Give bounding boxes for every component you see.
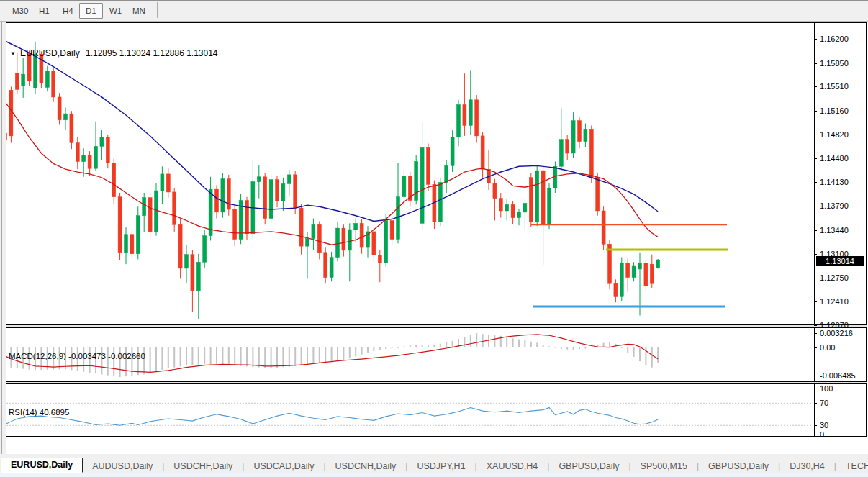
price-label: 1.13440 <box>820 226 849 235</box>
symbol-tab-usdcnh-daily[interactable]: USDCNH,Daily <box>326 460 406 473</box>
symbol-tab-tech100-h1[interactable]: TECH100,H1 <box>836 460 868 473</box>
price-label-tick <box>814 230 817 231</box>
trading-platform-window: { "toolbar": { "timeframes": ["M30","H1"… <box>0 0 868 477</box>
left-groove <box>1 22 2 454</box>
symbol-tab-audusd-daily[interactable]: AUDUSD,Daily <box>83 460 162 473</box>
timeframe-button-m30[interactable]: M30 <box>6 3 35 19</box>
macd-axis-label: -0.006485 <box>820 371 856 380</box>
price-label: 1.14820 <box>820 130 849 139</box>
timeframe-button-h1[interactable]: H1 <box>32 3 56 19</box>
chart-ohlc-values: 1.12895 1.13024 1.12886 1.13014 <box>86 48 218 58</box>
symbol-tab-gbpusd-daily[interactable]: GBPUSD,Daily <box>699 460 778 473</box>
macd-axis-label: 0.00 <box>820 343 835 352</box>
panel-splitter-2[interactable] <box>6 382 867 383</box>
rsi-axis-label: 70 <box>820 399 828 407</box>
main-chart-panel[interactable] <box>6 22 867 325</box>
price-label: 1.12410 <box>820 297 849 306</box>
price-label-tick <box>814 254 817 255</box>
price-label: 1.14130 <box>820 178 849 186</box>
symbol-tab-gbpusd-daily[interactable]: GBPUSD,Daily <box>549 460 628 473</box>
price-label-tick <box>814 39 817 40</box>
toolbar-separator <box>157 2 158 18</box>
rsi-indicator-label: RSI(14) 40.6895 <box>9 408 69 417</box>
macd-axis-label: 0.003216 <box>820 329 853 337</box>
price-label-tick <box>814 325 817 326</box>
symbol-tab-usdchf-daily[interactable]: USDCHF,Daily <box>164 460 242 473</box>
price-label-tick <box>814 63 817 64</box>
macd-axis-label-tick <box>814 333 817 334</box>
rsi-axis-label: 30 <box>820 421 828 430</box>
timeframe-button-w1[interactable]: W1 <box>103 3 128 19</box>
price-label-tick <box>814 111 817 112</box>
price-label: 1.15510 <box>820 82 849 91</box>
price-label-tick <box>814 158 817 159</box>
price-label: 1.12750 <box>820 273 849 282</box>
price-label: 1.15160 <box>820 106 849 115</box>
timeframe-button-d1[interactable]: D1 <box>79 3 103 19</box>
rsi-axis-label-tick <box>814 425 817 426</box>
symbol-tab-xauusd-h4[interactable]: XAUUSD,H4 <box>477 460 548 473</box>
rsi-axis-label-tick <box>814 435 817 435</box>
price-label-tick <box>814 135 817 135</box>
chart-symbol-period: EURUSD,Daily <box>20 48 80 58</box>
macd-indicator-label: MACD(12,26,9) -0.003473 -0.002660 <box>9 352 145 360</box>
symbol-tab-usdjpy-h1[interactable]: USDJPY,H1 <box>407 460 474 473</box>
chart-title: ▼EURUSD,Daily1.12895 1.13024 1.12886 1.1… <box>10 48 218 58</box>
price-label-tick <box>814 182 817 183</box>
rsi-axis-label-tick <box>814 403 817 404</box>
symbol-tab-sp500-m15[interactable]: SP500,M15 <box>631 460 697 473</box>
chart-dropdown-icon[interactable]: ▼ <box>10 50 16 57</box>
symbol-tab-dj30-h4[interactable]: DJ30,H4 <box>780 460 834 473</box>
price-label: 1.13790 <box>820 201 849 210</box>
rsi-axis-label-tick <box>814 389 817 389</box>
price-label-tick <box>814 301 817 302</box>
chart-window: ▼EURUSD,Daily1.12895 1.13024 1.12886 1.1… <box>0 22 868 454</box>
price-label: 1.16200 <box>820 35 849 43</box>
rsi-panel[interactable] <box>6 383 867 437</box>
current-price-badge: 1.13014 <box>816 256 864 266</box>
timeframe-button-h4[interactable]: H4 <box>56 3 80 19</box>
panel-splitter-1[interactable] <box>6 325 867 327</box>
price-label: 1.15850 <box>820 59 849 68</box>
timeframe-toolbar: M30H1H4D1W1MN <box>0 0 868 22</box>
price-label: 1.14480 <box>820 154 849 163</box>
price-label-tick <box>814 278 817 278</box>
macd-axis-label-tick <box>814 347 817 348</box>
symbol-tab-usdcad-daily[interactable]: USDCAD,Daily <box>244 460 323 473</box>
rsi-axis-label: 100 <box>820 384 833 393</box>
symbol-tab-bar: EURUSD,DailyAUDUSD,Daily|USDCHF,Daily|US… <box>0 458 868 473</box>
status-strip <box>0 473 868 477</box>
rsi-axis-label: 0 <box>820 430 824 439</box>
timeframe-button-mn[interactable]: MN <box>126 3 152 19</box>
window-top-edge <box>0 0 868 1</box>
price-label-tick <box>814 86 817 87</box>
macd-axis-label-tick <box>814 376 817 376</box>
symbol-tab-eurusd-daily[interactable]: EURUSD,Daily <box>1 458 83 473</box>
price-label-tick <box>814 206 817 206</box>
